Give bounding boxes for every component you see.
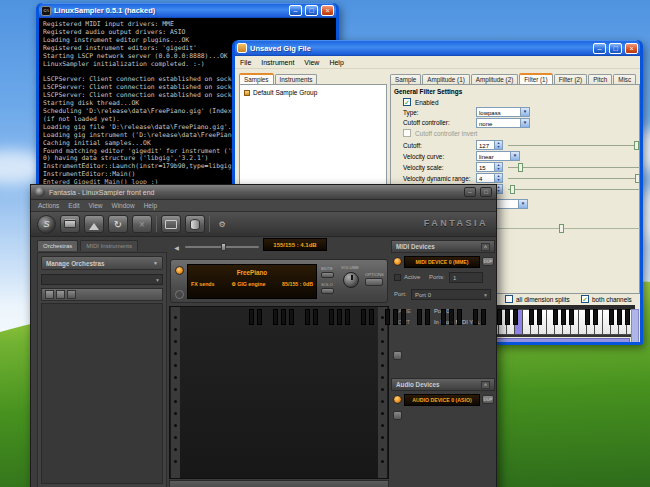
piano-key-black[interactable]	[441, 309, 446, 325]
piano-key-black[interactable]	[513, 309, 518, 325]
piano-key-black[interactable]	[257, 309, 262, 325]
audio-devices-header[interactable]: Audio Devices ^	[391, 378, 495, 391]
master-volume-slider[interactable]	[185, 246, 259, 248]
minimize-button[interactable]: –	[289, 5, 302, 16]
left-panel-tab-0[interactable]: Orchestras	[37, 240, 78, 251]
piano-key-black[interactable]	[345, 309, 350, 325]
audio-device-power-led[interactable]	[393, 395, 402, 404]
piano-key-black[interactable]	[385, 309, 390, 325]
channel-instrument-name[interactable]: FreePiano	[188, 269, 316, 276]
piano-key-black[interactable]	[313, 309, 318, 325]
piano-key-black[interactable]	[593, 309, 598, 325]
piano-key-black[interactable]	[529, 309, 534, 325]
menu-item-3[interactable]: Window	[112, 202, 135, 209]
piano-key-black[interactable]	[569, 309, 574, 325]
piano-key-black[interactable]	[425, 309, 430, 325]
orchestra-list[interactable]	[41, 303, 163, 484]
volume-knob[interactable]	[343, 272, 359, 288]
piano-key-black[interactable]	[329, 309, 334, 325]
maximize-button[interactable]: □	[480, 187, 492, 197]
midi-ports-spinner[interactable]: 1	[449, 272, 483, 283]
piano-key-black[interactable]	[393, 309, 398, 325]
menu-item-1[interactable]: Edit	[68, 202, 79, 209]
piano-key-black[interactable]	[609, 309, 614, 325]
manage-orchestras-bar[interactable]: Manage Orchestras ▼	[41, 256, 163, 270]
piano-key-black[interactable]	[585, 309, 590, 325]
preferences-icon[interactable]: ⚙	[214, 217, 230, 231]
keyboard-scrollbar[interactable]	[631, 309, 639, 342]
menu-item-0[interactable]: File	[240, 59, 251, 66]
sampler-channel[interactable]: FreePiano FX sends ⚙ GIG engine 85/155 :…	[170, 259, 388, 303]
engine-label[interactable]: ⚙ GIG engine	[231, 281, 265, 287]
delete-orchestra-button[interactable]	[67, 290, 76, 299]
midi-device-power-led[interactable]	[393, 257, 402, 266]
piano-key-black[interactable]	[457, 309, 462, 325]
menu-item-1[interactable]: Instrument	[261, 59, 294, 66]
add-orchestra-button[interactable]	[45, 290, 54, 299]
piano-key-black[interactable]	[449, 309, 454, 325]
solo-button[interactable]	[321, 288, 334, 294]
maximize-button[interactable]: □	[609, 43, 622, 54]
options-button[interactable]	[365, 278, 383, 286]
maximize-button[interactable]: □	[305, 5, 318, 16]
velocity-curve-select[interactable]: linear ▼	[476, 151, 520, 161]
open-session-button[interactable]	[60, 215, 80, 233]
instruments-db-button[interactable]	[185, 215, 205, 233]
piano-key-black[interactable]	[305, 309, 310, 325]
piano-key-black[interactable]	[337, 309, 342, 325]
enabled-checkbox[interactable]: ✓	[403, 98, 411, 106]
reset-sampler-button[interactable]: ×	[132, 215, 152, 233]
velocity-dynamic-spinbox[interactable]: 4 ▴▾	[476, 173, 503, 183]
piano-key-black[interactable]	[553, 309, 558, 325]
piano-key-black[interactable]	[481, 309, 486, 325]
piano-key-black[interactable]	[625, 309, 630, 325]
mute-button[interactable]	[321, 272, 334, 278]
piano-key-black[interactable]	[361, 309, 366, 325]
menu-item-2[interactable]: View	[304, 59, 319, 66]
terminal-titlebar[interactable]: C:\ LinuxSampler 0.5.1 (hacked) – □ ×	[39, 3, 336, 18]
menu-item-4[interactable]: Help	[144, 202, 157, 209]
fx-sends-button[interactable]: FX sends	[191, 281, 215, 287]
midi-expander-button[interactable]	[393, 351, 402, 360]
piano-key-black[interactable]	[369, 309, 374, 325]
cutoff-controller-select[interactable]: none ▼	[476, 118, 530, 128]
type-select[interactable]: lowpass ▼	[476, 107, 530, 117]
piano-key-black[interactable]	[497, 309, 502, 325]
audio-expander-button[interactable]	[393, 411, 402, 420]
orchestra-select[interactable]: ▼	[41, 274, 163, 285]
menu-item-3[interactable]: Help	[329, 59, 343, 66]
piano-key-black[interactable]	[273, 309, 278, 325]
midi-port-select[interactable]: Port 0 ▼	[411, 289, 491, 300]
minimize-button[interactable]: –	[464, 187, 476, 197]
left-panel-tab-1[interactable]: MIDI Instruments	[80, 240, 138, 251]
channels-back-icon[interactable]: ◀	[171, 240, 182, 254]
gigedit-titlebar[interactable]: Unsaved Gig File – □ ×	[235, 40, 640, 56]
spin-arrows[interactable]: ▴▾	[494, 163, 502, 171]
resonance-slider[interactable]	[508, 185, 640, 194]
sample-group-label[interactable]: Default Sample Group	[253, 89, 317, 96]
audio-dup-button[interactable]: DUP	[482, 395, 494, 404]
refresh-button[interactable]: ↻	[108, 215, 128, 233]
spin-arrows[interactable]: ▴▾	[494, 174, 502, 182]
collapse-icon[interactable]: ^	[481, 381, 490, 389]
master-volume-handle[interactable]	[221, 243, 226, 251]
piano-key-black[interactable]	[281, 309, 286, 325]
velocity-scale-spinbox[interactable]: 15 ▴▾	[476, 162, 503, 172]
piano-key-black[interactable]	[417, 309, 422, 325]
spin-arrows[interactable]: ▴▾	[494, 141, 502, 149]
velocity-dynamic-slider[interactable]	[508, 174, 640, 183]
midi-devices-header[interactable]: MIDI Devices ^	[391, 240, 495, 253]
piano-key-black[interactable]	[401, 309, 406, 325]
channels-bottom-bar[interactable]	[169, 480, 389, 487]
piano-key-black[interactable]	[473, 309, 478, 325]
all-splits-checkbox[interactable]	[505, 295, 513, 303]
collapse-icon[interactable]: ^	[481, 243, 490, 251]
minimize-button[interactable]: –	[593, 43, 606, 54]
piano-key-black[interactable]	[561, 309, 566, 325]
cutoff-slider[interactable]	[508, 141, 640, 150]
close-button[interactable]: ×	[625, 43, 638, 54]
fantasia-titlebar[interactable]: Fantasia - LinuxSampler front end – □	[31, 185, 496, 200]
piano-key-black[interactable]	[537, 309, 542, 325]
linuxsampler-logo-button[interactable]: S	[37, 215, 56, 234]
midi-keyboard-button[interactable]	[161, 215, 181, 233]
